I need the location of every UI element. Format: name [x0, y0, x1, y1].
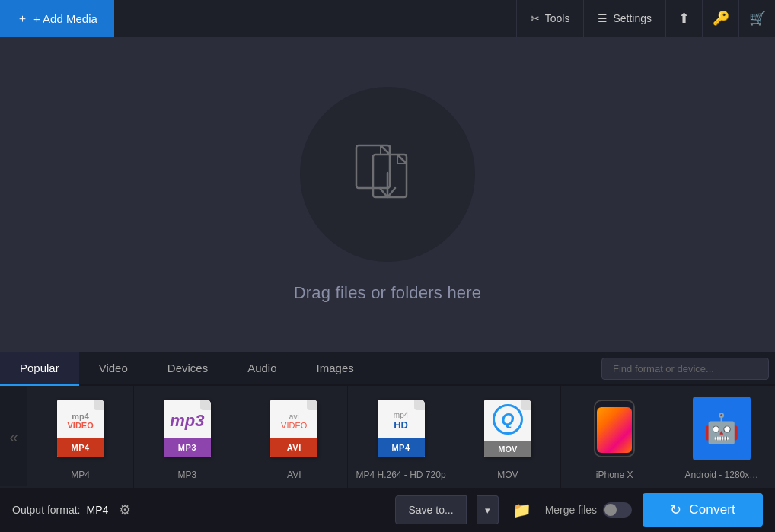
file-drop-icon	[353, 135, 422, 214]
format-label-mp4hd: MP4 H.264 - HD 720p	[356, 470, 446, 480]
settings-label: Settings	[613, 12, 652, 24]
plus-icon: ＋	[17, 11, 28, 26]
format-list-wrap: « mp4 VIDEO MP4 MP4	[0, 386, 775, 488]
output-format-prefix: Output format:	[12, 504, 80, 516]
drag-circle	[300, 87, 475, 262]
save-to-label: Save to...	[408, 504, 453, 516]
cart-button[interactable]: 🛒	[738, 0, 775, 37]
format-label-mp3: MP3	[178, 470, 197, 480]
format-icon-mp4: mp4 VIDEO MP4	[50, 395, 111, 462]
output-settings-gear-button[interactable]: ⚙	[119, 502, 131, 518]
tools-label: Tools	[545, 12, 570, 24]
format-item-mp4hd[interactable]: mp4 HD MP4 MP4 H.264 - HD 720p	[348, 386, 454, 488]
android-robot-icon: 🤖	[703, 412, 739, 445]
cart-icon: 🛒	[749, 10, 766, 27]
bottom-bar: Output format: MP4 ⚙ Save to... ▾ 📁 Merg…	[0, 488, 775, 532]
tab-search-container	[601, 358, 769, 380]
format-item-mp3[interactable]: mp3 MP3 MP3	[134, 386, 241, 488]
convert-button[interactable]: ↻ Convert	[643, 493, 763, 527]
tab-devices[interactable]: Devices	[148, 352, 228, 386]
tab-images[interactable]: Images	[297, 352, 374, 386]
save-to-dropdown-button[interactable]: ▾	[477, 495, 499, 524]
share-button[interactable]: ⬆	[665, 0, 702, 37]
chevron-down-icon: ▾	[485, 505, 490, 516]
output-format-display: Output format: MP4	[12, 504, 108, 516]
nav-actions: ✂ Tools ☰ Settings ⬆ 🔑 🛒	[516, 0, 775, 37]
format-icon-mov: Q MOV	[477, 395, 538, 462]
format-label-iphonex: iPhone X	[596, 470, 633, 480]
save-to-button[interactable]: Save to...	[395, 495, 466, 524]
search-icon: 🔑	[713, 10, 729, 27]
top-nav: ＋ + Add Media ✂ Tools ☰ Settings ⬆ 🔑 🛒	[0, 0, 775, 37]
format-item-iphonex[interactable]: iPhone X	[561, 386, 668, 488]
format-label-avi: AVI	[287, 470, 301, 480]
format-list: mp4 VIDEO MP4 MP4 mp3 MP3	[27, 386, 775, 488]
output-format-value: MP4	[86, 504, 108, 516]
format-list-left-arrow[interactable]: «	[0, 387, 27, 486]
format-icon-mp4hd: mp4 HD MP4	[371, 395, 432, 462]
tools-button[interactable]: ✂ Tools	[516, 0, 584, 37]
merge-files-container: Merge files	[545, 502, 632, 518]
tab-popular[interactable]: Popular	[0, 352, 79, 386]
merge-files-toggle[interactable]	[603, 502, 632, 518]
tab-video[interactable]: Video	[79, 352, 148, 386]
format-icon-iphonex	[584, 395, 645, 462]
add-media-label: + Add Media	[33, 12, 97, 25]
format-label-mov: MOV	[497, 470, 518, 480]
drag-drop-area[interactable]: Drag files or folders here	[0, 37, 775, 352]
tools-icon: ✂	[531, 12, 540, 24]
toggle-knob	[604, 504, 617, 516]
format-search-input[interactable]	[601, 358, 769, 380]
format-item-avi[interactable]: avi VIDEO AVI AVI	[241, 386, 348, 488]
format-label-mp4: MP4	[71, 470, 90, 480]
convert-label: Convert	[689, 502, 735, 518]
gear-icon: ⚙	[119, 502, 131, 518]
drag-text: Drag files or folders here	[294, 283, 482, 303]
format-icon-avi: avi VIDEO AVI	[263, 395, 324, 462]
chevron-left-icon: «	[9, 428, 18, 446]
merge-files-label: Merge files	[545, 504, 597, 516]
settings-button[interactable]: ☰ Settings	[583, 0, 665, 37]
format-tabs: Popular Video Devices Audio Images	[0, 352, 775, 386]
format-item-mp4[interactable]: mp4 VIDEO MP4 MP4	[27, 386, 134, 488]
format-item-mov[interactable]: Q MOV MOV	[454, 386, 561, 488]
refresh-icon: ↻	[670, 502, 681, 518]
add-media-button[interactable]: ＋ + Add Media	[0, 0, 114, 37]
format-item-android[interactable]: 🤖 Android - 1280x…	[668, 386, 775, 488]
settings-icon: ☰	[598, 12, 608, 24]
open-folder-button[interactable]: 📁	[509, 501, 534, 519]
format-area: Popular Video Devices Audio Images « mp4…	[0, 352, 775, 488]
format-label-android: Android - 1280x…	[685, 470, 759, 480]
share-icon: ⬆	[678, 10, 690, 27]
search-button[interactable]: 🔑	[702, 0, 738, 37]
format-icon-mp3: mp3 MP3	[157, 395, 218, 462]
tab-audio[interactable]: Audio	[228, 352, 296, 386]
format-icon-android: 🤖	[691, 395, 752, 462]
folder-icon: 📁	[512, 502, 531, 518]
